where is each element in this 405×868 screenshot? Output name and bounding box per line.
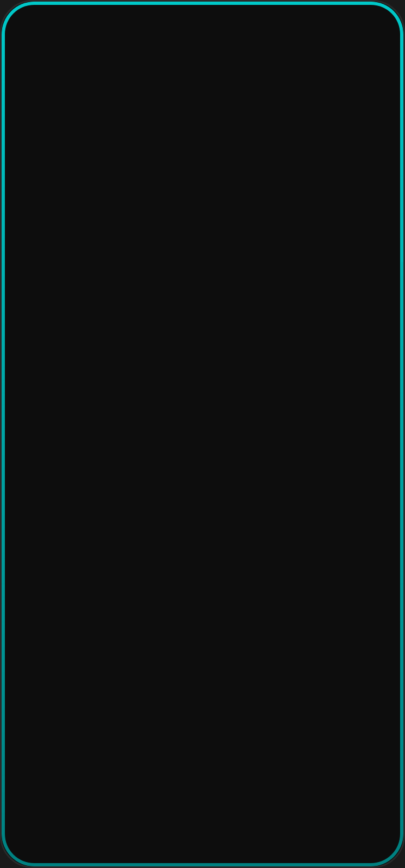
signal-bars [337,28,345,35]
notch [167,18,238,39]
signal-bars-2 [347,28,355,35]
email-input[interactable] [34,218,371,253]
nav-home-button[interactable] [192,821,213,843]
bar1 [347,33,349,35]
last-name-group [34,173,371,208]
bar3 [341,30,343,35]
camera [199,26,206,34]
svg-marker-0 [52,29,56,34]
time-label: 11:02 [26,27,48,36]
confirm-password-input[interactable] [34,443,371,478]
bar4 [353,28,355,35]
first-name-group [34,128,371,163]
status-right: VoLTE 318B/s [315,25,379,37]
recents-icon [70,826,82,838]
nav-back-button[interactable] [318,821,340,843]
phone-input[interactable] [34,308,371,343]
phone-group [34,308,371,343]
confirm-password-group [34,443,371,478]
password-input[interactable] [34,398,371,433]
password-toggle-icon[interactable] [346,409,361,424]
status-time: 11:02 [26,27,59,36]
signup-button[interactable]: Sign up [34,493,371,528]
home-icon [197,826,208,838]
volte-badge: VoLTE [315,28,334,35]
speed-info: 318B/s [357,25,365,37]
phone-screen: 11:02 VoLTE [12,18,393,850]
confirm-password-toggle-icon[interactable] [346,454,361,469]
nav-recents-button[interactable] [65,821,87,843]
login-link[interactable]: Already Have an account [34,539,371,548]
bar2 [349,31,351,35]
side-button [401,219,404,262]
battery-fill [369,29,376,34]
svg-point-4 [352,459,355,462]
password-group [34,398,371,433]
address-input[interactable] [34,353,371,388]
battery-icon [368,28,379,35]
email-group [34,218,371,253]
first-name-input[interactable] [34,128,371,163]
bar1 [337,33,338,35]
bar2 [339,31,340,35]
page-subtitle: Create an account so you can explore all… [34,87,371,112]
bar4 [343,28,345,35]
username-input[interactable] [34,263,371,298]
phone-device: 11:02 VoLTE [0,0,405,868]
nav-icon [50,27,59,36]
bar3 [351,30,353,35]
status-bar: 11:02 VoLTE [12,18,393,45]
page-title: Create Account [34,61,371,80]
last-name-input[interactable] [34,173,371,208]
back-icon [324,826,334,838]
nav-bar [12,812,393,850]
screen-content: Create Account Create an account so you … [12,45,393,812]
username-group [34,263,371,298]
svg-point-2 [352,414,355,417]
address-group [34,353,371,388]
